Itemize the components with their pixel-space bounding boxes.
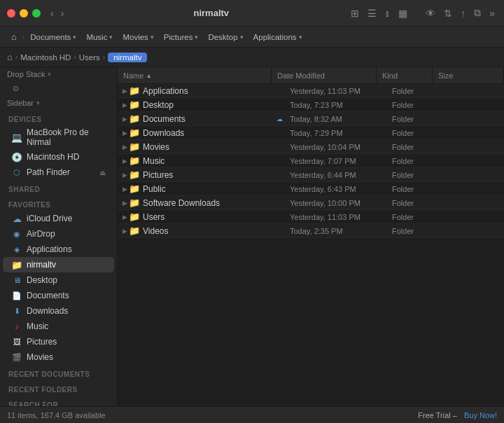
home-nav-item[interactable]: ⌂ <box>7 30 21 43</box>
file-name: Users <box>143 212 273 222</box>
sidebar-item-nirmaltv[interactable]: 📁 nirmaltv <box>3 257 114 272</box>
breadcrumb-users[interactable]: Users <box>79 53 100 62</box>
nav-item-movies[interactable]: Movies ▾ <box>118 32 158 43</box>
preview-button[interactable]: 👁 <box>424 6 438 21</box>
file-date: Yesterday, 10:04 PM <box>284 143 389 151</box>
breadcrumb-sep: › <box>103 53 105 61</box>
expand-arrow: ▶ <box>118 214 129 221</box>
file-row[interactable]: ▶ 📁 Pictures Yesterday, 6:44 PM Folder <box>118 168 504 182</box>
sidebar-item-icloud[interactable]: ☁ iCloud Drive <box>3 211 114 226</box>
back-button[interactable]: ‹ <box>48 6 57 20</box>
sort-button[interactable]: ⇅ <box>442 6 454 21</box>
file-row[interactable]: ▶ 📁 Movies Yesterday, 10:04 PM Folder <box>118 140 504 154</box>
file-row[interactable]: ▶ 📁 Public Yesterday, 6:43 PM Folder <box>118 182 504 196</box>
sidebar-item-music[interactable]: ♪ Music <box>3 319 114 334</box>
sidebar-item-label: Documents <box>27 291 69 300</box>
file-name: Pictures <box>143 170 273 180</box>
more-button[interactable]: » <box>487 6 497 21</box>
sidebar-item-label: Applications <box>27 244 72 254</box>
drop-stack-row[interactable]: Drop Stack ▾ <box>0 67 117 81</box>
share-button[interactable]: ↑ <box>458 6 468 21</box>
sidebar-item-airdrop[interactable]: ◉ AirDrop <box>3 226 114 242</box>
file-date: Today, 7:29 PM <box>284 129 389 137</box>
sidebar-item-macbook[interactable]: 💻 MacBook Pro de Nirmal <box>3 125 114 149</box>
nav-item-desktop[interactable]: Desktop ▾ <box>204 32 247 43</box>
sidebar-item-macintosh-hd[interactable]: 💿 Macintosh HD <box>3 149 114 165</box>
buy-now-link[interactable]: Buy Now! <box>464 411 497 419</box>
breadcrumb-macintosh-hd[interactable]: Macintosh HD <box>20 53 71 62</box>
folder-icon: 📁 <box>11 259 22 270</box>
folder-icon: 📁 <box>129 183 140 195</box>
file-row[interactable]: ▶ 📁 Videos Today, 2:35 PM Folder <box>118 224 504 238</box>
grid-view-button[interactable]: ⊞ <box>349 6 361 21</box>
sidebar-item-movies[interactable]: 🎬 Movies <box>3 349 114 365</box>
forward-button[interactable]: › <box>58 6 67 20</box>
columns-view-button[interactable]: ⫾ <box>383 6 392 21</box>
sidebar-item-desktop[interactable]: 🖥 Desktop <box>3 272 114 288</box>
file-row[interactable]: ▶ 📁 Applications Yesterday, 11:03 PM Fol… <box>118 84 504 98</box>
file-name: Downloads <box>143 128 273 138</box>
section-header-recent-docs: Recent Documents <box>0 365 117 380</box>
nav-item-pictures[interactable]: Pictures ▾ <box>160 32 203 43</box>
sidebar-label-row[interactable]: Sidebar ▾ <box>0 96 117 110</box>
nav-item-documents[interactable]: Documents ▾ <box>26 32 80 43</box>
sidebar-item-label: Downloads <box>27 306 68 316</box>
nav-bar: ⌂ › Documents ▾ Music ▾ Movies ▾ Picture… <box>0 27 504 48</box>
sidebar-item-pictures[interactable]: 🖼 Pictures <box>3 334 114 349</box>
main-layout: Drop Stack ▾ ⊙ Sidebar ▾ Devices 💻 MacBo… <box>0 67 504 406</box>
breadcrumb-home[interactable]: ⌂ <box>7 52 13 62</box>
sidebar-toggle-button[interactable]: ⧉ <box>472 5 483 21</box>
file-row[interactable]: ▶ 📁 Software Downloads Yesterday, 10:00 … <box>118 196 504 210</box>
col-header-date[interactable]: Date Modified <box>272 67 377 83</box>
sidebar-item-path-finder[interactable]: ⬡ Path Finder ⏏ <box>3 165 114 180</box>
col-header-size[interactable]: Size <box>433 67 504 83</box>
file-row[interactable]: ▶ 📁 Downloads Today, 7:29 PM Folder <box>118 126 504 140</box>
file-row[interactable]: ▶ 📁 Music Yesterday, 7:07 PM Folder <box>118 154 504 168</box>
sidebar-item-applications[interactable]: ◈ Applications <box>3 242 114 257</box>
folder-icon: 📁 <box>129 197 140 209</box>
expand-arrow: ▶ <box>118 102 129 109</box>
disk-icon: 💿 <box>11 151 22 162</box>
folder-icon: 📁 <box>129 226 140 237</box>
laptop-icon: 💻 <box>11 132 22 143</box>
file-kind: Folder <box>389 171 445 179</box>
cloud-icon: ☁ <box>11 213 22 224</box>
sidebar-item-label: Path Finder <box>27 167 70 177</box>
folder-icon: 📁 <box>129 113 140 125</box>
sidebar-item-downloads[interactable]: ⬇ Downloads <box>3 303 114 319</box>
col-header-name[interactable]: Name ▲ <box>118 67 272 83</box>
nav-sep: › <box>22 33 24 41</box>
file-name: Videos <box>143 226 273 236</box>
file-kind: Folder <box>389 213 445 221</box>
sidebar-item-label: Music <box>27 321 48 331</box>
folder-icon: 📁 <box>129 85 140 97</box>
file-date: Today, 7:23 PM <box>284 101 389 109</box>
col-header-kind[interactable]: Kind <box>377 67 433 83</box>
sidebar-row[interactable]: ⊙ <box>0 81 117 96</box>
close-button[interactable] <box>7 9 15 18</box>
minimize-button[interactable] <box>20 9 28 18</box>
downloads-icon: ⬇ <box>11 305 22 317</box>
file-name: Applications <box>143 86 273 96</box>
sidebar-item-documents[interactable]: 📄 Documents <box>3 288 114 303</box>
file-row[interactable]: ▶ 📁 Documents ☁ Today, 8:32 AM Folder <box>118 112 504 126</box>
list-view-button[interactable]: ☰ <box>365 6 379 21</box>
toolbar-icons: ⊞ ☰ ⫾ ▦ 👁 ⇅ ↑ ⧉ » <box>349 5 497 21</box>
file-row[interactable]: ▶ 📁 Desktop Today, 7:23 PM Folder <box>118 98 504 112</box>
expand-arrow: ▶ <box>118 186 129 193</box>
file-row[interactable]: ▶ 📁 Users Yesterday, 11:03 PM Folder <box>118 210 504 224</box>
sidebar-chevron: ▾ <box>36 99 40 106</box>
expand-arrow: ▶ <box>118 144 129 151</box>
app-icon: ⬡ <box>11 167 22 178</box>
gallery-view-button[interactable]: ▦ <box>396 6 410 21</box>
file-kind: Folder <box>389 143 445 151</box>
expand-arrow: ▶ <box>118 172 129 179</box>
nav-item-music[interactable]: Music ▾ <box>82 32 117 43</box>
sidebar-item-label: iCloud Drive <box>27 214 72 223</box>
file-name: Public <box>143 184 273 194</box>
file-date: Yesterday, 7:07 PM <box>284 157 389 165</box>
nav-item-applications[interactable]: Applications ▾ <box>249 32 307 43</box>
desktop-icon: 🖥 <box>11 275 22 286</box>
maximize-button[interactable] <box>32 9 41 18</box>
items-count: 11 items, 167.4 GB available <box>7 411 106 419</box>
